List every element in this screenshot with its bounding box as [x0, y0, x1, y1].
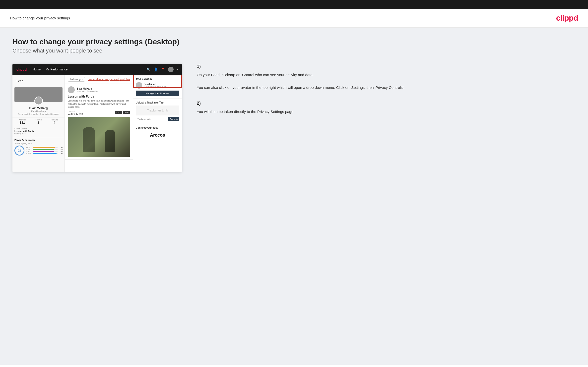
- bar-ott: OTT 90: [26, 147, 63, 148]
- profile-club: Royal North Devon Golf Club, United King…: [14, 113, 63, 115]
- latest-activity: Latest Activity Lesson with Fordy 03 Aug…: [12, 126, 65, 136]
- bar-arg-track: [33, 151, 58, 152]
- trackman-input-row: Add Link: [136, 117, 179, 121]
- app-feed: Following ▾ Control who can see your act…: [65, 75, 133, 172]
- app-nav-home[interactable]: Home: [33, 68, 41, 71]
- content-layout: clippd Home My Performance 🔍 👤 📍 ▾ Feed: [12, 64, 576, 172]
- location-icon[interactable]: 📍: [161, 67, 165, 71]
- search-icon[interactable]: 🔍: [146, 67, 151, 71]
- following-chevron-icon: ▾: [81, 78, 83, 81]
- instruction-1-text: On your Feed, click/tap on 'Control who …: [197, 72, 571, 91]
- stat-following: Following 4: [51, 119, 58, 124]
- post-desc: Looking to feel like my hands are exitin…: [68, 99, 130, 109]
- bar-arg-fill: [33, 151, 54, 152]
- silhouette-1: [83, 127, 95, 152]
- post-user-location: Yesterday · Sunningdale: [77, 90, 98, 92]
- main-content: How to change your privacy settings (Des…: [0, 28, 588, 365]
- bar-app-track: [33, 149, 58, 150]
- coach-avatar: [136, 82, 142, 89]
- quality-score: 92: [14, 146, 24, 156]
- site-header: How to change your privacy settings clip…: [0, 9, 588, 28]
- instruction-1-number: 1): [197, 64, 571, 69]
- post-header: Blair McHarg Yesterday · Sunningdale: [68, 86, 130, 93]
- bar-arg: ARG 86: [26, 151, 63, 152]
- instruction-1: 1) On your Feed, click/tap on 'Control w…: [197, 64, 571, 91]
- coach-info: David Ford 📍 Royal North Devon Golf Club: [144, 83, 169, 88]
- bar-ott-value: 90: [59, 147, 63, 148]
- profile-info: Blair McHarg Plus Handicap Royal North D…: [12, 106, 65, 115]
- post-avatar: [68, 86, 75, 93]
- following-label: Following: [70, 78, 80, 81]
- latest-activity-name: Lesson with Fordy: [14, 130, 63, 132]
- post-duration-info: Duration 01 hr : 30 min: [68, 110, 83, 115]
- hero-title: How to change your privacy settings (Des…: [12, 38, 576, 46]
- profile-handicap: Plus Handicap: [14, 110, 63, 112]
- connect-title: Connect your data: [136, 126, 179, 129]
- stat-activities-label: Activities: [19, 119, 26, 121]
- profile-stats: Activities 131 Followers 3 Following 4: [12, 117, 65, 126]
- clippd-logo: clippd: [556, 13, 578, 23]
- post-user-name: Blair McHarg: [77, 87, 98, 90]
- connect-section: Connect your data Arccos: [133, 124, 182, 142]
- app-sidebar: Feed Blair McHarg Plus Handicap Royal No…: [12, 75, 65, 172]
- profile-name: Blair McHarg: [14, 106, 63, 110]
- app-body: Feed Blair McHarg Plus Handicap Royal No…: [12, 75, 182, 172]
- coach-club: 📍 Royal North Devon Golf Club: [144, 86, 169, 88]
- app-nav: clippd Home My Performance 🔍 👤 📍 ▾: [12, 64, 182, 75]
- profile-avatar: [34, 97, 43, 105]
- stat-followers-value: 3: [35, 121, 42, 124]
- post-user-info: Blair McHarg Yesterday · Sunningdale: [77, 87, 98, 92]
- post-title: Lesson with Fordy: [68, 95, 130, 98]
- post-tags: OTT APP: [115, 111, 130, 114]
- app-nav-right: 🔍 👤 📍 ▾: [146, 67, 178, 72]
- page-title: How to change your privacy settings: [10, 16, 70, 20]
- post-tag-app: APP: [123, 111, 130, 114]
- app-screenshot: clippd Home My Performance 🔍 👤 📍 ▾ Feed: [12, 64, 182, 172]
- trackman-title: Upload a Trackman Test: [136, 101, 179, 104]
- post-duration-label: Duration: [68, 110, 83, 112]
- following-button[interactable]: Following ▾: [68, 77, 85, 82]
- chevron-down-icon[interactable]: ▾: [177, 68, 178, 71]
- bar-putt-track: [33, 153, 58, 154]
- profile-icon[interactable]: 👤: [154, 67, 158, 71]
- instruction-2-text: You will then be taken directly to the P…: [197, 108, 571, 115]
- post-duration-row: Duration 01 hr : 30 min OTT APP: [68, 110, 130, 115]
- app-right-panel: Your Coaches David Ford 📍 Royal North De…: [133, 75, 182, 172]
- trackman-placeholder-text: Trackman Link: [147, 109, 168, 112]
- instruction-2-number: 2): [197, 101, 571, 106]
- stat-followers-label: Followers: [35, 119, 42, 121]
- feed-header: Following ▾ Control who can see your act…: [65, 75, 133, 84]
- coach-club-text: Royal North Devon Golf Club: [146, 86, 169, 87]
- coaches-title: Your Coaches: [136, 77, 179, 80]
- location-pin-icon: 📍: [144, 86, 146, 87]
- bar-putt: PUTT 96: [26, 153, 63, 154]
- instructions-panel: 1) On your Feed, click/tap on 'Control w…: [192, 64, 576, 125]
- silhouette-2: [105, 130, 115, 152]
- player-performance: Player Performance Total Player Quality …: [12, 137, 65, 157]
- bar-arg-label: ARG: [26, 151, 32, 152]
- bar-app-value: 85: [59, 149, 63, 150]
- avatar[interactable]: [168, 67, 174, 72]
- post-image: [68, 117, 130, 157]
- post-duration-value: 01 hr : 30 min: [68, 112, 83, 115]
- latest-activity-date: 03 Aug 2022: [14, 132, 63, 135]
- top-bar: [0, 0, 588, 9]
- arccos-logo: Arccos: [136, 131, 179, 140]
- hero-subtitle: Choose what you want people to see: [12, 48, 576, 54]
- post-tag-ott: OTT: [115, 111, 122, 114]
- bar-putt-fill: [33, 153, 57, 154]
- trackman-section: Upload a Trackman Test Trackman Link Add…: [133, 99, 182, 124]
- control-privacy-link[interactable]: Control who can see your activity and da…: [88, 78, 130, 81]
- bar-putt-label: PUTT: [26, 153, 32, 154]
- trackman-add-button[interactable]: Add Link: [168, 117, 179, 121]
- bar-ott-label: OTT: [26, 147, 32, 148]
- trackman-input[interactable]: [136, 117, 167, 121]
- player-perf-title: Player Performance: [14, 139, 63, 141]
- bar-putt-value: 96: [59, 153, 63, 154]
- feed-tab[interactable]: Feed: [12, 77, 65, 85]
- manage-coaches-button[interactable]: Manage Your Coaches: [136, 91, 179, 96]
- stat-activities-value: 131: [19, 121, 26, 124]
- profile-cover: [14, 87, 63, 102]
- bar-arg-value: 86: [59, 151, 63, 152]
- app-nav-my-performance[interactable]: My Performance: [46, 68, 67, 71]
